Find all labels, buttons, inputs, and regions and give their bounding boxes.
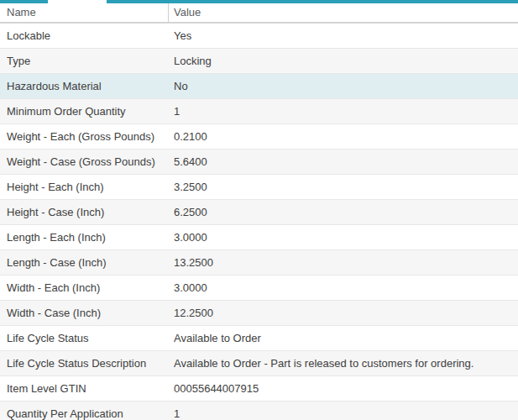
attribute-value-cell: 13.2500 xyxy=(174,256,518,269)
table-row[interactable]: Width - Each (Inch) 3.0000 xyxy=(0,276,518,301)
table-row[interactable]: Height - Each (Inch) 3.2500 xyxy=(0,175,518,200)
attribute-value-cell: No xyxy=(174,80,518,92)
attributes-panel: Name Value Lockable Yes Type Locking Haz… xyxy=(0,0,518,420)
tab-indicator-bar xyxy=(0,0,518,3)
table-row[interactable]: Hazardous Material No xyxy=(0,74,518,99)
attribute-name-cell: Quantity Per Application xyxy=(0,407,174,420)
attribute-name-cell: Item Level GTIN xyxy=(0,382,174,395)
attribute-name-cell: Life Cycle Status xyxy=(0,332,174,344)
table-row[interactable]: Length - Case (Inch) 13.2500 xyxy=(0,250,518,276)
attribute-name-cell: Length - Case (Inch) xyxy=(0,256,174,269)
attribute-name-cell: Width - Case (Inch) xyxy=(0,307,174,319)
attribute-name-cell: Life Cycle Status Description xyxy=(0,357,174,370)
attribute-value-cell: 3.0000 xyxy=(174,281,518,294)
attribute-value-cell: Available to Order xyxy=(174,332,518,344)
attribute-value-cell: 12.2500 xyxy=(174,307,518,319)
table-row[interactable]: Length - Each (Inch) 3.0000 xyxy=(0,225,518,250)
table-row[interactable]: Quantity Per Application 1 xyxy=(0,402,518,420)
attribute-value-cell: Available to Order - Part is released to… xyxy=(174,357,518,370)
attribute-value-cell: 0.2100 xyxy=(174,130,518,143)
attribute-name-cell: Weight - Case (Gross Pounds) xyxy=(0,155,174,168)
attribute-value-cell: 1 xyxy=(174,407,518,420)
active-tab-notch xyxy=(48,0,107,3)
attribute-value-cell: 3.2500 xyxy=(174,181,518,193)
attribute-name-cell: Type xyxy=(0,55,174,67)
attribute-name-cell: Weight - Each (Gross Pounds) xyxy=(0,130,174,143)
column-header-name[interactable]: Name xyxy=(0,3,169,22)
attribute-name-cell: Height - Case (Inch) xyxy=(0,206,174,218)
table-row[interactable]: Width - Case (Inch) 12.2500 xyxy=(0,301,518,326)
attribute-name-cell: Length - Each (Inch) xyxy=(0,231,174,244)
table-row[interactable]: Weight - Each (Gross Pounds) 0.2100 xyxy=(0,124,518,150)
attribute-value-cell: 3.0000 xyxy=(174,231,518,244)
attribute-name-cell: Hazardous Material xyxy=(0,80,174,92)
table-row[interactable]: Item Level GTIN 00055644007915 xyxy=(0,376,518,402)
attribute-value-cell: 5.6400 xyxy=(174,155,518,168)
table-row[interactable]: Type Locking xyxy=(0,49,518,74)
table-row[interactable]: Lockable Yes xyxy=(0,24,518,49)
column-header-value[interactable]: Value xyxy=(169,3,518,22)
attribute-value-cell: Locking xyxy=(174,55,518,67)
table-row[interactable]: Height - Case (Inch) 6.2500 xyxy=(0,200,518,225)
table-row[interactable]: Life Cycle Status Available to Order xyxy=(0,326,518,351)
table-row[interactable]: Life Cycle Status Description Available … xyxy=(0,351,518,376)
attribute-value-cell: 1 xyxy=(174,105,518,118)
attribute-name-cell: Minimum Order Quantity xyxy=(0,105,174,118)
attribute-value-cell: Yes xyxy=(174,29,518,42)
attribute-value-cell: 00055644007915 xyxy=(174,382,518,395)
attribute-name-cell: Lockable xyxy=(0,29,174,42)
attribute-name-cell: Height - Each (Inch) xyxy=(0,181,174,193)
table-body: Lockable Yes Type Locking Hazardous Mate… xyxy=(0,24,518,420)
attribute-name-cell: Width - Each (Inch) xyxy=(0,281,174,294)
table-header: Name Value xyxy=(0,3,518,24)
table-row[interactable]: Weight - Case (Gross Pounds) 5.6400 xyxy=(0,150,518,175)
table-row[interactable]: Minimum Order Quantity 1 xyxy=(0,99,518,124)
attribute-value-cell: 6.2500 xyxy=(174,206,518,218)
